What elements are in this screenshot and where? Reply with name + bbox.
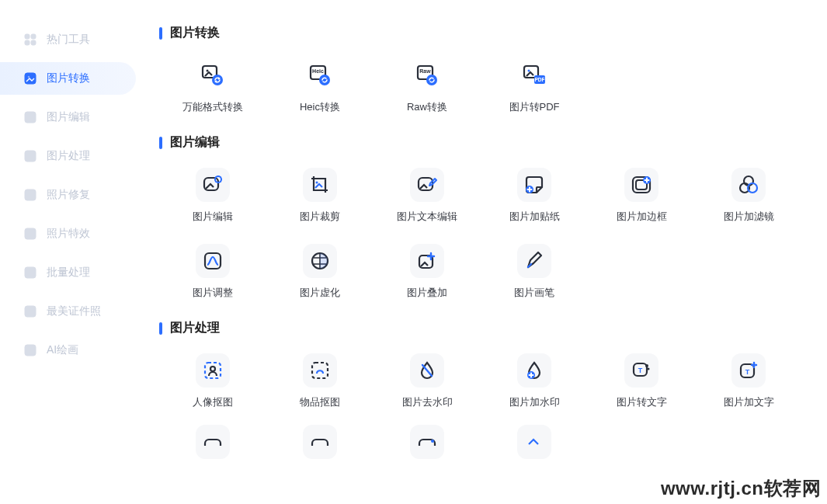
section-title-text: 图片编辑 [170, 134, 220, 151]
object-cutout-icon [303, 353, 337, 388]
tool-image-blur[interactable]: 图片虚化 [266, 244, 374, 300]
svg-rect-6 [25, 112, 36, 123]
svg-point-23 [528, 70, 530, 72]
tool-label: 图片调整 [159, 286, 266, 300]
svg-point-18 [319, 75, 330, 85]
tool-label: Raw转换 [374, 100, 481, 114]
tool-image-overlay[interactable]: 图片叠加 [374, 244, 481, 300]
svg-point-47 [648, 368, 650, 370]
sidebar-item-photo-repair[interactable]: 照片修复 [0, 179, 136, 211]
svg-point-21 [426, 75, 437, 85]
tool-add-text[interactable]: T 图片加文字 [695, 353, 802, 409]
main-content: 图片转换 万能格式转换 [136, 0, 827, 504]
sidebar-item-photo-effects[interactable]: 照片特效 [0, 217, 136, 250]
sidebar-item-label: 热门工具 [47, 33, 90, 47]
add-text-icon: T [731, 353, 766, 388]
section-title: 图片编辑 [159, 134, 827, 151]
peek-icon[interactable] [410, 425, 444, 459]
svg-rect-8 [25, 189, 36, 200]
tool-label: 图片叠加 [374, 286, 481, 300]
svg-rect-10 [25, 267, 36, 278]
sidebar-item-image-process[interactable]: 图片处理 [0, 140, 136, 172]
svg-point-53 [431, 440, 434, 443]
raw-icon: Raw [410, 58, 444, 92]
svg-rect-7 [25, 151, 36, 162]
tool-label: 图片文本编辑 [374, 210, 481, 224]
sidebar-item-ai-paint[interactable]: AI绘画 [0, 334, 136, 367]
tool-person-cutout[interactable]: 人像抠图 [159, 353, 266, 409]
sidebar-item-label: 图片转换 [47, 71, 90, 85]
sidebar-item-label: 照片特效 [47, 227, 90, 241]
sidebar-item-id-photo[interactable]: 最美证件照 [0, 295, 136, 328]
tool-label: 图片转PDF [481, 100, 588, 114]
svg-text:Heic: Heic [312, 68, 324, 74]
peek-icon[interactable] [196, 425, 230, 459]
tool-label: 图片裁剪 [266, 210, 374, 224]
tool-heic-convert[interactable]: Heic Heic转换 [266, 58, 374, 114]
sidebar-item-image-edit[interactable]: 图片编辑 [0, 101, 136, 134]
tool-image-crop[interactable]: 图片裁剪 [266, 168, 374, 224]
svg-point-28 [316, 182, 318, 184]
photo-repair-icon [23, 188, 37, 202]
batch-process-icon [23, 266, 37, 280]
tool-label: 图片加边框 [588, 210, 695, 224]
person-cutout-icon [196, 353, 230, 388]
sidebar-item-image-convert[interactable]: 图片转换 [0, 62, 136, 95]
sidebar-item-batch-process[interactable]: 批量处理 [0, 256, 136, 289]
grid-app-icon [23, 33, 37, 47]
svg-rect-3 [31, 40, 36, 45]
crop-icon [303, 168, 337, 202]
svg-text:T: T [638, 367, 643, 374]
site-watermark: www.rjtj.cn软荐网 [661, 476, 821, 501]
tool-image-border[interactable]: 图片加边框 [588, 168, 695, 224]
svg-rect-11 [25, 306, 36, 317]
tool-label: 图片加贴纸 [481, 210, 588, 224]
tool-image-sticker[interactable]: 图片加贴纸 [481, 168, 588, 224]
tool-image-text-edit[interactable]: 图片文本编辑 [374, 168, 481, 224]
tool-label: 物品抠图 [266, 395, 374, 409]
photo-effects-icon [23, 227, 37, 241]
tool-image-filter[interactable]: 图片加滤镜 [695, 168, 802, 224]
svg-point-15 [212, 75, 223, 85]
svg-rect-51 [312, 440, 328, 446]
filter-icon [731, 168, 766, 202]
border-icon [624, 168, 658, 202]
tool-image-adjust[interactable]: 图片调整 [159, 244, 266, 300]
sidebar-item-hot-tools[interactable]: 热门工具 [0, 23, 136, 56]
tool-image-edit[interactable]: 图片编辑 [159, 168, 266, 224]
tool-image-pen[interactable]: 图片画笔 [481, 244, 588, 300]
tool-label: 图片编辑 [159, 210, 266, 224]
svg-point-14 [207, 70, 209, 72]
tool-format-convert[interactable]: 万能格式转换 [159, 58, 266, 114]
tool-label: 万能格式转换 [159, 100, 266, 114]
tool-remove-watermark[interactable]: 图片去水印 [374, 353, 481, 409]
tool-ocr[interactable]: T 图片转文字 [588, 353, 695, 409]
svg-text:T: T [745, 368, 750, 376]
tool-label: 图片虚化 [266, 286, 374, 300]
heic-icon: Heic [303, 58, 337, 92]
tool-raw-convert[interactable]: Raw Raw转换 [374, 58, 481, 114]
overlay-icon [410, 244, 444, 278]
sidebar-item-label: AI绘画 [47, 343, 78, 357]
edit-gear-icon [196, 168, 230, 202]
svg-text:Raw: Raw [419, 68, 431, 74]
tool-object-cutout[interactable]: 物品抠图 [266, 353, 374, 409]
sidebar-item-label: 照片修复 [47, 188, 90, 202]
svg-point-46 [645, 364, 648, 367]
sidebar-item-label: 最美证件照 [47, 304, 101, 318]
tool-add-watermark[interactable]: 图片加水印 [481, 353, 588, 409]
image-process-icon [23, 149, 37, 163]
tool-label: 图片加水印 [481, 395, 588, 409]
svg-rect-9 [25, 228, 36, 239]
svg-point-41 [210, 367, 215, 371]
id-photo-icon [23, 304, 37, 318]
peek-icon[interactable] [303, 425, 337, 459]
tool-label: 图片加文字 [695, 395, 802, 409]
svg-text:PDF: PDF [535, 77, 545, 82]
convert-icon [196, 58, 230, 92]
svg-rect-37 [205, 253, 221, 269]
sticker-icon [517, 168, 551, 202]
tool-image-to-pdf[interactable]: PDF 图片转PDF [481, 58, 588, 114]
peek-icon[interactable] [517, 425, 551, 459]
title-bar-icon [159, 137, 162, 149]
